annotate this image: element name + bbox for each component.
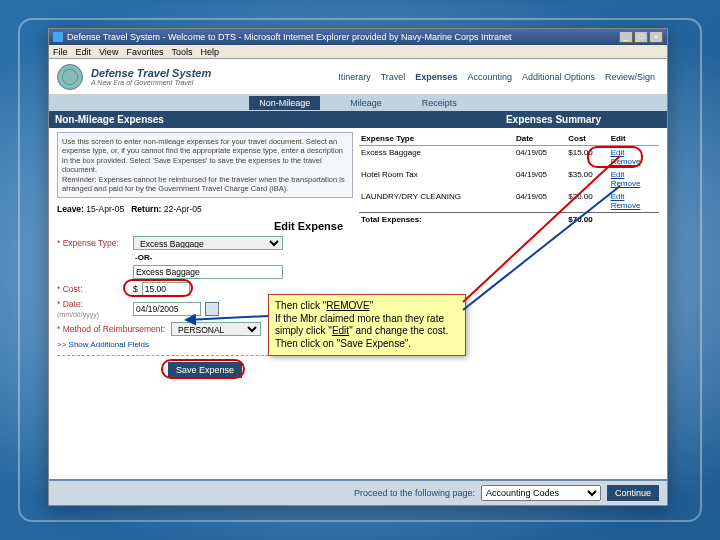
table-row: Hotel Room Tax 04/19/05 $35.00 EditRemov… bbox=[359, 168, 659, 190]
date-label: * Date:(mm/dd/yyyy) bbox=[57, 299, 129, 319]
col-edit: Edit bbox=[609, 132, 659, 146]
callout-remove: REMOVE bbox=[326, 300, 369, 311]
brand-title: Defense Travel System bbox=[91, 68, 211, 79]
window-title: Defense Travel System - Welcome to DTS -… bbox=[67, 32, 512, 42]
edit-expense-heading: Edit Expense bbox=[57, 220, 353, 232]
main-tabs: Itinerary Travel Expenses Accounting Add… bbox=[334, 70, 659, 84]
instruction-callout: Then click "REMOVE" If the Mbr claimed m… bbox=[268, 294, 466, 356]
return-date: 22-Apr-05 bbox=[164, 204, 202, 214]
brand-subtitle: A New Era of Government Travel bbox=[91, 79, 211, 86]
save-expense-button[interactable]: Save Expense bbox=[168, 362, 242, 378]
tab-expenses[interactable]: Expenses bbox=[411, 70, 461, 84]
menu-tools[interactable]: Tools bbox=[171, 47, 192, 57]
subtab-non-mileage[interactable]: Non-Mileage bbox=[249, 96, 320, 110]
total-value: $70.00 bbox=[566, 213, 608, 227]
remove-link[interactable]: Remove bbox=[611, 157, 657, 166]
menu-edit[interactable]: Edit bbox=[76, 47, 92, 57]
window-titlebar: Defense Travel System - Welcome to DTS -… bbox=[49, 29, 667, 45]
leave-date: 15-Apr-05 bbox=[86, 204, 124, 214]
edit-link[interactable]: Edit bbox=[611, 170, 657, 179]
remove-link[interactable]: Remove bbox=[611, 201, 657, 210]
expense-desc-input[interactable] bbox=[133, 265, 283, 279]
section-right: Expenses Summary bbox=[506, 114, 661, 125]
ie-icon bbox=[53, 32, 63, 42]
section-left: Non-Mileage Expenses bbox=[55, 114, 164, 125]
table-row: LAUNDRY/DRY CLEANING 04/19/05 $20.00 Edi… bbox=[359, 190, 659, 213]
tab-additional[interactable]: Additional Options bbox=[518, 70, 599, 84]
page-footer: Proceed to the following page: Accountin… bbox=[49, 479, 667, 505]
show-additional-link[interactable]: >> Show Additional Fields bbox=[57, 340, 149, 349]
window-maximize[interactable]: □ bbox=[634, 31, 648, 43]
tab-accounting[interactable]: Accounting bbox=[463, 70, 516, 84]
expense-type-select[interactable]: Excess Baggage bbox=[133, 236, 283, 250]
col-expense-type: Expense Type bbox=[359, 132, 514, 146]
proceed-label: Proceed to the following page: bbox=[354, 488, 475, 498]
remove-link[interactable]: Remove bbox=[611, 179, 657, 188]
col-cost: Cost bbox=[566, 132, 608, 146]
browser-menubar: File Edit View Favorites Tools Help bbox=[49, 45, 667, 59]
expense-type-label: * Expense Type: bbox=[57, 238, 129, 248]
menu-favorites[interactable]: Favorites bbox=[126, 47, 163, 57]
tab-travel[interactable]: Travel bbox=[377, 70, 410, 84]
edit-link[interactable]: Edit bbox=[611, 192, 657, 201]
edit-link[interactable]: Edit bbox=[611, 148, 657, 157]
reimb-label: * Method of Reimbursement: bbox=[57, 324, 167, 334]
dts-header: Defense Travel System A New Era of Gover… bbox=[49, 59, 667, 95]
calendar-icon[interactable] bbox=[205, 302, 219, 316]
return-label: Return: bbox=[131, 204, 161, 214]
expense-summary-table: Expense Type Date Cost Edit Excess Bagga… bbox=[359, 132, 659, 226]
browser-window: Defense Travel System - Welcome to DTS -… bbox=[48, 28, 668, 506]
cost-input[interactable] bbox=[142, 282, 190, 296]
col-date: Date bbox=[514, 132, 566, 146]
menu-file[interactable]: File bbox=[53, 47, 68, 57]
date-input[interactable] bbox=[133, 302, 201, 316]
total-label: Total Expenses: bbox=[359, 213, 514, 227]
dts-logo-icon bbox=[57, 64, 83, 90]
subtab-receipts[interactable]: Receipts bbox=[412, 96, 467, 110]
subtab-mileage[interactable]: Mileage bbox=[340, 96, 392, 110]
proceed-select[interactable]: Accounting Codes bbox=[481, 485, 601, 501]
callout-edit: Edit bbox=[332, 325, 349, 336]
table-row: Excess Baggage 04/19/05 $15.00 EditRemov… bbox=[359, 146, 659, 169]
or-label: -OR- bbox=[135, 253, 353, 262]
menu-view[interactable]: View bbox=[99, 47, 118, 57]
section-bar: Non-Mileage Expenses Expenses Summary bbox=[49, 111, 667, 128]
tab-itinerary[interactable]: Itinerary bbox=[334, 70, 375, 84]
window-minimize[interactable]: _ bbox=[619, 31, 633, 43]
menu-help[interactable]: Help bbox=[200, 47, 219, 57]
reimb-select[interactable]: PERSONAL bbox=[171, 322, 261, 336]
instructions: Use this screen to enter non-mileage exp… bbox=[57, 132, 353, 198]
tab-review[interactable]: Review/Sign bbox=[601, 70, 659, 84]
continue-button[interactable]: Continue bbox=[607, 485, 659, 501]
window-close[interactable]: × bbox=[649, 31, 663, 43]
expense-subtabs: Non-Mileage Mileage Receipts bbox=[49, 95, 667, 111]
leave-label: Leave: bbox=[57, 204, 84, 214]
cost-label: * Cost: bbox=[57, 284, 129, 294]
